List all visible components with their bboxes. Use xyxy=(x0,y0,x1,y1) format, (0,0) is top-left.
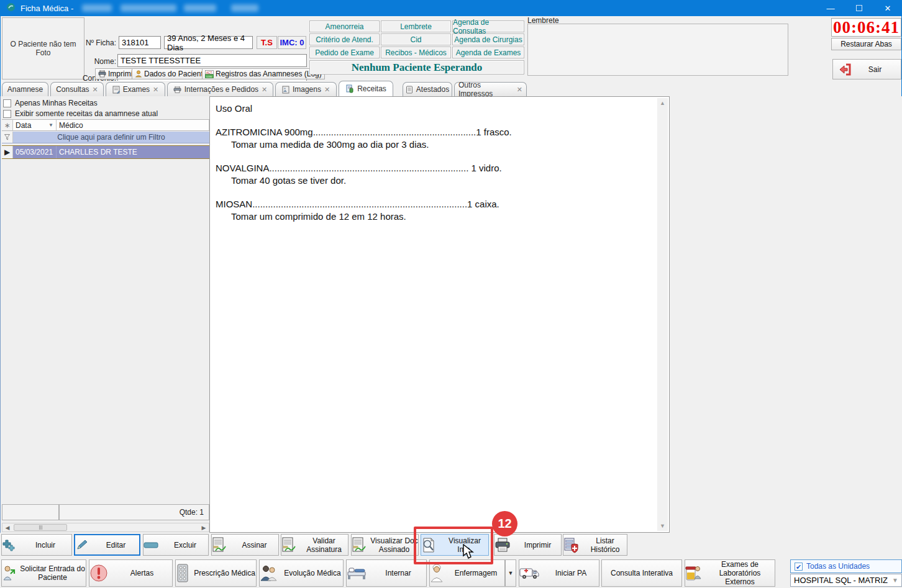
exit-arrow-icon xyxy=(838,63,852,76)
window-title: Ficha Médica - xyxy=(20,4,73,13)
dados-paciente-button[interactable]: Dados do Paciente xyxy=(132,68,210,79)
close-tab-icon[interactable]: ✕ xyxy=(153,86,158,94)
excluir-button[interactable]: Excluir xyxy=(143,534,209,556)
pill-blister-icon xyxy=(176,564,189,582)
quick-button-recibos-medicos[interactable]: Recibos - Médicos xyxy=(381,47,451,58)
receitas-list-panel: Apenas Minhas Receitas Exibir somente re… xyxy=(0,96,209,533)
prescricao-medica-button[interactable]: Prescrição Médica xyxy=(175,559,257,587)
lembrete-box[interactable] xyxy=(527,24,788,76)
registros-anamneses-button[interactable]: ACTLOG Registros das Anamneses (Log) xyxy=(202,68,325,79)
scroll-left-icon[interactable]: ◀ xyxy=(2,525,12,531)
signed-document-icon xyxy=(212,537,227,553)
column-header-data[interactable]: Data ▼ xyxy=(13,120,57,130)
grid-filter-row[interactable]: Clique aqui para definir um Filtro xyxy=(2,132,209,143)
sort-arrow-icon: ▼ xyxy=(48,122,53,128)
quick-button-lembrete[interactable]: Lembrete xyxy=(381,20,451,32)
tab-imagens[interactable]: Imagens✕ xyxy=(275,82,337,96)
imc-button[interactable]: IMC: 0 xyxy=(278,36,306,49)
evolucao-medica-button[interactable]: Evolução Médica xyxy=(259,559,344,587)
minimize-button[interactable]: — xyxy=(816,0,845,16)
nome-label: Nome: xyxy=(81,57,116,66)
ficha-field[interactable]: 318101 xyxy=(119,36,161,49)
quick-button-cid[interactable]: Cid xyxy=(381,34,451,45)
restaurar-abas-button[interactable]: Restaurar Abas xyxy=(831,38,901,50)
exames-lab-externos-button[interactable]: Exames de Laboratórios Externos xyxy=(685,559,775,587)
listar-historico-button[interactable]: Listar Histórico xyxy=(563,534,627,556)
column-header-medico[interactable]: Médico xyxy=(57,120,209,130)
horizontal-scrollbar[interactable]: ◀ ▶ xyxy=(2,523,209,532)
incluir-button[interactable]: Incluir xyxy=(1,534,72,556)
receita-row-date: 05/03/2021 xyxy=(13,146,57,158)
apenas-minhas-receitas-checkbox[interactable] xyxy=(3,99,11,107)
close-tab-icon[interactable]: ✕ xyxy=(93,86,98,94)
age-field: 39 Anos, 2 Meses e 4 Dias xyxy=(164,36,253,49)
annotation-step-badge: 12 xyxy=(492,511,517,536)
title-bar: Ficha Médica - — ✕ xyxy=(0,0,902,16)
sair-button[interactable]: Sair xyxy=(832,59,901,79)
quick-button-amenorreia[interactable]: Amenorreia xyxy=(309,20,380,32)
pencil-icon xyxy=(75,539,89,551)
hospital-bed-icon xyxy=(347,566,367,581)
assinar-button[interactable]: Assinar xyxy=(211,534,279,556)
signed-document-icon xyxy=(352,537,367,553)
ficha-label: Nº Ficha: xyxy=(81,38,116,47)
ts-button[interactable]: T.S xyxy=(257,36,277,49)
qtde-value: Qtde: 1 xyxy=(180,508,204,517)
tab-internacoes[interactable]: Internações e Pedidos✕ xyxy=(167,82,273,96)
alert-icon xyxy=(89,564,108,582)
document-icon xyxy=(406,86,413,94)
tab-atestados[interactable]: Atestados xyxy=(403,82,452,96)
prescription-icon xyxy=(345,84,354,93)
vertical-scrollbar[interactable]: ▲ ▼ xyxy=(657,98,668,531)
editar-button[interactable]: Editar xyxy=(74,534,140,556)
quick-button-agenda-consultas[interactable]: Agenda de Consultas xyxy=(452,20,524,32)
tab-outros-impressos[interactable]: Outros Impressos✕ xyxy=(454,82,527,96)
validar-assinatura-button[interactable]: Validar Assinatura xyxy=(281,534,348,556)
visualizar-doc-assinado-button[interactable]: Visualizar Doc Assinado xyxy=(351,534,419,556)
close-button[interactable]: ✕ xyxy=(873,0,902,16)
prescription-header: Uso Oral xyxy=(216,102,512,115)
nome-field[interactable]: TESTE TTEESSTTEE xyxy=(117,54,307,67)
scroll-right-icon[interactable]: ▶ xyxy=(199,525,209,531)
tab-exames[interactable]: Exames✕ xyxy=(106,82,165,96)
prescription-item: MIOSAN..................................… xyxy=(216,198,512,223)
iniciar-pa-button[interactable]: Iniciar PA xyxy=(519,559,599,587)
receita-row-selected[interactable]: ▶ 05/03/2021 CHARLLES DR TESTE xyxy=(2,145,209,159)
person-enter-icon xyxy=(2,565,16,581)
close-tab-icon[interactable]: ✕ xyxy=(324,86,330,94)
maximize-button[interactable] xyxy=(845,0,873,16)
close-tab-icon[interactable]: ✕ xyxy=(262,86,267,94)
quick-button-agenda-exames[interactable]: Agenda de Exames xyxy=(452,47,524,58)
exibir-somente-anamnese-checkbox[interactable] xyxy=(3,110,11,118)
close-tab-icon[interactable]: ✕ xyxy=(517,86,522,94)
printer-icon xyxy=(98,70,106,78)
alertas-button[interactable]: Alertas xyxy=(89,559,173,587)
scroll-down-icon[interactable]: ▼ xyxy=(660,523,665,529)
app-icon xyxy=(6,2,16,14)
tab-anamnese[interactable]: Anamnese xyxy=(2,82,48,96)
enfermagem-dropdown-arrow[interactable]: ▼ xyxy=(505,559,516,587)
mouse-cursor xyxy=(462,544,475,562)
nurse-icon xyxy=(430,564,444,582)
imprimir-button[interactable]: Imprimir xyxy=(494,534,562,556)
session-timer: 00:06:41 xyxy=(831,18,901,37)
solicitar-entrada-button[interactable]: Solicitar Entrada do Paciente xyxy=(1,559,86,587)
ambulance-icon xyxy=(519,565,539,581)
scrollbar-thumb[interactable] xyxy=(14,524,67,531)
scroll-up-icon[interactable]: ▲ xyxy=(660,100,665,106)
unidade-combobox[interactable]: HOSPITAL SQL - MATRIZ ▼ xyxy=(790,574,902,587)
tab-consultas[interactable]: Consultas✕ xyxy=(50,82,104,96)
annotation-highlight-rect xyxy=(414,527,493,564)
grid-header: ∗ Data ▼ Médico xyxy=(2,119,209,131)
qtde-box: Qtde: 1 xyxy=(59,504,209,520)
tab-receitas[interactable]: Receitas xyxy=(339,81,393,96)
consulta-interativa-button[interactable]: Consulta Interativa xyxy=(601,559,682,587)
quick-button-criterio-atend[interactable]: Critério de Atend. xyxy=(309,34,380,45)
redacted-text xyxy=(231,4,258,12)
todas-unidades-checkbox[interactable]: ✔ xyxy=(795,563,803,571)
quick-button-pedido-exame[interactable]: Pedido de Exame xyxy=(309,47,380,58)
todas-unidades-label: Todas as Unidades xyxy=(806,562,870,571)
redacted-text xyxy=(184,4,216,12)
quick-button-agenda-cirurgias[interactable]: Agenda de Cirurgias xyxy=(452,34,524,45)
grid-corner-icon: ∗ xyxy=(2,120,13,130)
